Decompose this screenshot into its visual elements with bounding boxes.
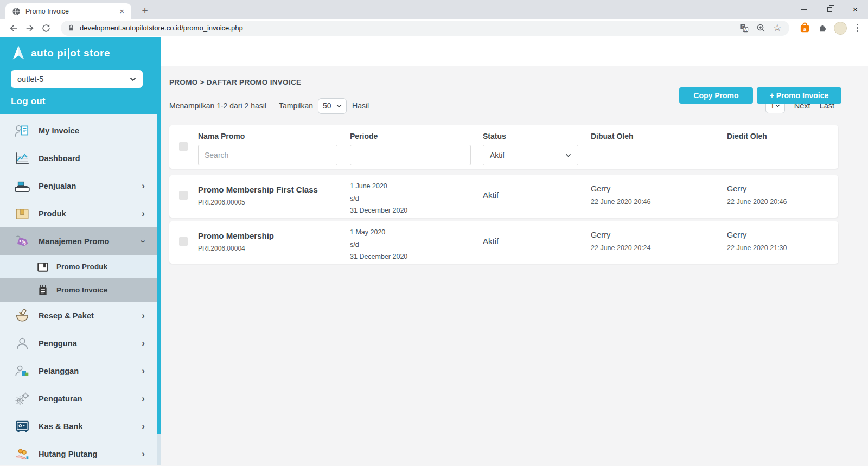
sidebar-item-resep-paket[interactable]: Resep & Paket ›: [0, 302, 161, 329]
back-button[interactable]: [5, 20, 22, 36]
sidebar-item-my-invoice[interactable]: My Invoice: [0, 117, 161, 144]
status-filter-select[interactable]: Aktif: [483, 145, 578, 165]
chart-dashboard-icon: [13, 151, 31, 165]
sidebar-item-pengguna[interactable]: Pengguna ›: [0, 329, 161, 357]
gears-icon: [13, 392, 31, 406]
sidebar-item-manajemen-promo[interactable]: % Manajemen Promo ›: [0, 227, 161, 255]
chevron-right-icon: ›: [142, 310, 145, 321]
chevron-right-icon: ›: [142, 338, 145, 349]
page-size-select[interactable]: 50: [318, 98, 347, 114]
browser-titlebar: Promo Invoice × + ×: [0, 0, 868, 19]
address-bar[interactable]: development.autopilotstore.co.id/promo_i…: [61, 21, 789, 36]
sidebar-item-pengaturan[interactable]: Pengaturan ›: [0, 385, 161, 412]
promo-period: 1 May 2020 s/d 31 December 2020: [350, 221, 483, 264]
hand-coins-icon: [13, 448, 31, 461]
forward-button[interactable]: [22, 20, 38, 36]
reload-button[interactable]: [38, 20, 54, 36]
column-dibuat-oleh: Dibuat Oleh: [591, 132, 727, 141]
main-top-band: [161, 37, 868, 66]
window-restore-button[interactable]: [817, 0, 843, 19]
add-promo-invoice-button[interactable]: + Promo Invoice: [757, 87, 841, 104]
sidebar-item-pelanggan[interactable]: Pelanggan ›: [0, 357, 161, 385]
nama-promo-search-input[interactable]: [198, 145, 337, 165]
promo-invoice-notepad-icon: [36, 285, 50, 296]
select-all-checkbox[interactable]: [179, 142, 188, 151]
row-checkbox[interactable]: [179, 237, 188, 246]
row-checkbox[interactable]: [179, 191, 188, 200]
invoice-person-icon: [13, 124, 31, 138]
chevron-right-icon: ›: [142, 181, 145, 191]
edited-by: Gerry 22 June 2020 20:46: [727, 175, 838, 218]
results-summary: Menampilkan 1-2 dari 2 hasil: [169, 101, 266, 110]
table-row[interactable]: Promo Membership First Class PRI.2006.00…: [169, 175, 838, 218]
sidebar-item-promo-invoice[interactable]: Promo Invoice: [0, 278, 161, 302]
profile-avatar[interactable]: [834, 22, 847, 35]
created-by: Gerry 22 June 2020 20:24: [591, 221, 727, 264]
created-by: Gerry 22 June 2020 20:46: [591, 175, 727, 218]
brand-logo: auto piot store: [11, 45, 161, 61]
globe-favicon-icon: [12, 7, 21, 16]
copy-promo-button[interactable]: Copy Promo: [679, 87, 753, 104]
tab-title: Promo Invoice: [25, 8, 118, 15]
breadcrumb: PROMO > DAFTAR PROMO INVOICE: [169, 78, 868, 86]
hasil-label: Hasil: [352, 101, 369, 110]
chevron-down-icon: [775, 104, 780, 107]
status-value: Aktif: [483, 175, 591, 218]
product-box-icon: [13, 207, 31, 220]
chevron-down-icon: [130, 77, 136, 81]
tampilkan-label: Tampilkan: [279, 101, 313, 110]
sidebar-scrollbar[interactable]: [157, 37, 161, 434]
svg-text:A: A: [744, 28, 747, 32]
customer-bag-icon: [13, 365, 31, 378]
sidebar-scrollbar-track: [157, 434, 161, 465]
outlet-select[interactable]: outlet-5: [11, 70, 143, 88]
sidebar-menu: My Invoice Dashboard Penjualan › Pro: [0, 114, 161, 466]
new-tab-button[interactable]: +: [138, 4, 152, 18]
column-diedit-oleh: Diedit Oleh: [727, 132, 838, 141]
paper-plane-logo-icon: [11, 45, 26, 61]
translate-icon[interactable]: GA: [739, 23, 749, 33]
promo-name: Promo Membership: [198, 231, 350, 240]
zoom-icon[interactable]: [756, 23, 765, 33]
sidebar-item-promo-produk[interactable]: Promo Produk: [0, 255, 161, 278]
sidebar: auto piot store outlet-5 Log out My Invo…: [0, 37, 161, 465]
logout-link[interactable]: Log out: [11, 96, 161, 107]
sidebar-item-hutang-piutang[interactable]: Hutang Piutang ›: [0, 440, 161, 466]
browser-menu-icon[interactable]: [853, 24, 862, 33]
promo-tag-icon: %: [13, 235, 31, 248]
main-content: PROMO > DAFTAR PROMO INVOICE Copy Promo …: [161, 37, 868, 465]
window-minimize-button[interactable]: [792, 0, 817, 19]
periode-filter-input[interactable]: [350, 145, 471, 165]
promo-produk-box-icon: [36, 261, 50, 272]
bookmark-star-icon[interactable]: ☆: [773, 23, 781, 33]
browser-tab[interactable]: Promo Invoice ×: [5, 3, 131, 19]
promo-invoice-table: Nama Promo Periode Status Aktif: [169, 125, 838, 264]
column-nama-promo: Nama Promo: [198, 132, 350, 141]
shop-extension-icon[interactable]: a: [799, 22, 810, 34]
user-icon: [13, 337, 31, 350]
sidebar-item-produk[interactable]: Produk ›: [0, 200, 161, 227]
sidebar-item-penjualan[interactable]: Penjualan ›: [0, 172, 161, 200]
column-status: Status: [483, 132, 591, 141]
chevron-down-icon: ›: [138, 240, 149, 243]
chevron-right-icon: ›: [142, 208, 145, 219]
extensions-puzzle-icon[interactable]: [817, 23, 827, 33]
promo-name: Promo Membership First Class: [198, 185, 350, 194]
tab-close-icon[interactable]: ×: [118, 7, 126, 16]
edited-by: Gerry 22 June 2020 21:30: [727, 221, 838, 264]
status-value: Aktif: [483, 221, 591, 264]
sidebar-item-dashboard[interactable]: Dashboard: [0, 144, 161, 172]
table-row[interactable]: Promo Membership PRI.2006.00004 1 May 20…: [169, 221, 838, 264]
chevron-right-icon: ›: [142, 366, 145, 376]
chevron-down-icon: [565, 154, 571, 157]
sidebar-header: auto piot store outlet-5 Log out: [0, 37, 161, 114]
safe-vault-icon: [13, 420, 31, 433]
sidebar-item-kas-bank[interactable]: Kas & Bank ›: [0, 412, 161, 440]
brand-name: auto piot store: [31, 47, 110, 59]
mortar-pestle-icon: [13, 309, 31, 323]
column-periode: Periode: [350, 132, 483, 141]
browser-toolbar: development.autopilotstore.co.id/promo_i…: [0, 19, 868, 37]
window-close-button[interactable]: ×: [843, 0, 868, 19]
url-text: development.autopilotstore.co.id/promo_i…: [80, 24, 739, 32]
chevron-down-icon: [336, 104, 342, 108]
